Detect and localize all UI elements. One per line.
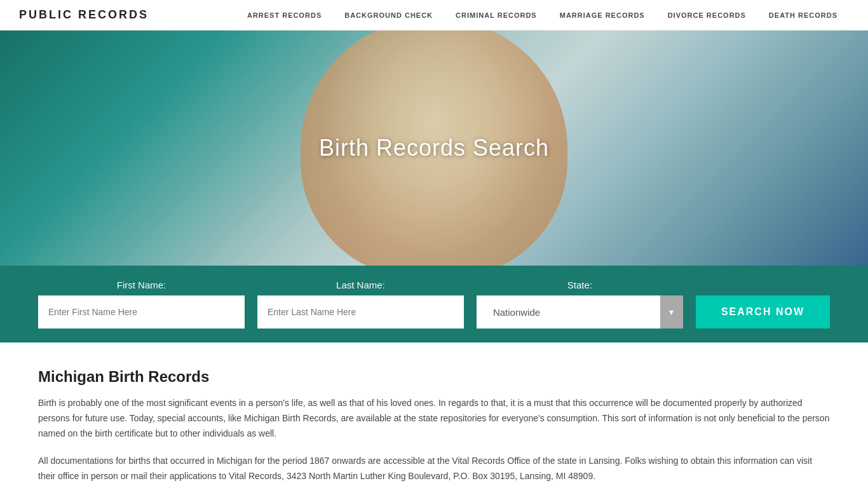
header: PUBLIC RECORDS ARREST RECORDSBACKGROUND …: [0, 0, 868, 30]
last-name-label: Last Name:: [257, 280, 464, 290]
last-name-field: Last Name:: [257, 280, 464, 329]
state-field: State: NationwideAlabamaAlaskaArizonaArk…: [477, 280, 683, 329]
content-paragraph-1: Birth is probably one of the most signif…: [38, 396, 830, 441]
state-select-wrapper: NationwideAlabamaAlaskaArizonaArkansasCa…: [477, 295, 683, 329]
hero-title: Birth Records Search: [319, 135, 549, 161]
main-nav: ARREST RECORDSBACKGROUND CHECKCRIMINAL R…: [236, 0, 849, 30]
first-name-field: First Name:: [38, 280, 245, 329]
nav-link-divorce-records[interactable]: DIVORCE RECORDS: [656, 0, 757, 30]
hero-section: Birth Records Search: [0, 30, 868, 266]
content-paragraph-2: All documentations for births that occur…: [38, 454, 830, 484]
state-select[interactable]: NationwideAlabamaAlaskaArizonaArkansasCa…: [487, 295, 673, 329]
site-logo: PUBLIC RECORDS: [19, 8, 149, 22]
first-name-input[interactable]: [38, 295, 245, 329]
nav-link-arrest-records[interactable]: ARREST RECORDS: [236, 0, 333, 30]
nav-link-background-check[interactable]: BACKGROUND CHECK: [333, 0, 444, 30]
content-heading: Michigan Birth Records: [38, 368, 830, 386]
search-bar: First Name: Last Name: State: Nationwide…: [0, 266, 868, 342]
nav-link-marriage-records[interactable]: MARRIAGE RECORDS: [548, 0, 656, 30]
last-name-input[interactable]: [257, 295, 464, 329]
state-label: State:: [477, 280, 683, 290]
content-section: Michigan Birth Records Birth is probably…: [0, 342, 868, 488]
search-now-button[interactable]: SEARCH NOW: [696, 295, 830, 329]
nav-link-death-records[interactable]: DEATH RECORDS: [757, 0, 849, 30]
first-name-label: First Name:: [38, 280, 245, 290]
nav-link-criminal-records[interactable]: CRIMINAL RECORDS: [444, 0, 548, 30]
